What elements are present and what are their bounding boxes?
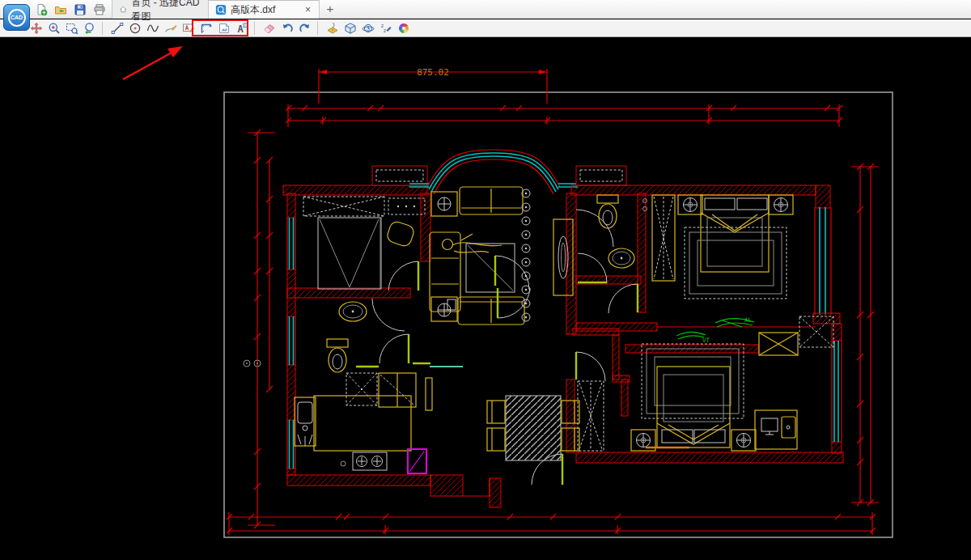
undo-button[interactable] (278, 20, 296, 36)
svg-text:A: A (238, 23, 244, 35)
orbit-3d-button[interactable] (359, 20, 377, 36)
plant-label-vt: VT (702, 337, 710, 344)
open-folder-icon (54, 3, 67, 16)
zoom-in-icon (48, 22, 61, 35)
text-annotation-tool-button[interactable]: A (233, 20, 251, 36)
cad-logo-icon: CAD (8, 9, 26, 27)
convert-stamp-button[interactable] (324, 20, 341, 36)
dimension-value: 875.02 (417, 67, 449, 78)
redo-button[interactable] (296, 20, 314, 36)
print-button[interactable] (92, 2, 107, 17)
annotation-settings-icon: zz (379, 22, 392, 35)
line-tool-button[interactable] (108, 20, 126, 36)
tab-home[interactable]: 首页 - 迅捷CAD看图 (112, 0, 209, 19)
plant-label-al: AL (744, 316, 753, 324)
eraser-icon (263, 22, 276, 35)
dimension-icon (200, 22, 213, 35)
pan-icon (30, 22, 43, 35)
line-icon (111, 22, 124, 35)
polyline-icon (146, 22, 159, 35)
freehand-pencil-icon (164, 22, 177, 35)
markup-board-icon: A (182, 22, 195, 35)
bedroom1-furniture (303, 197, 425, 289)
zoom-previous-icon (83, 22, 96, 35)
pan-tool-button[interactable] (28, 20, 45, 36)
cube-3d-icon (344, 22, 357, 35)
living-room-furniture (430, 187, 573, 325)
tab-close-button[interactable]: × (303, 5, 312, 15)
zoom-window-icon (66, 22, 78, 35)
stamp-icon (326, 22, 339, 35)
annotation-settings-button[interactable]: zz (377, 20, 395, 36)
walls (283, 150, 843, 507)
bathroom2-fixtures (244, 299, 430, 372)
home-icon (119, 4, 127, 15)
view-3d-button[interactable] (341, 20, 359, 36)
bedroom2-furniture (578, 344, 797, 451)
orbit-3d-icon (362, 22, 375, 35)
zoom-in-tool-button[interactable] (45, 20, 63, 36)
toolbar-separator (102, 22, 108, 35)
eraser-tool-button[interactable] (261, 20, 278, 36)
svg-text:A: A (185, 24, 189, 32)
new-drawing-button[interactable] (34, 2, 49, 17)
master-bedroom-furniture (652, 195, 793, 299)
tab-open-file[interactable]: 高版本.dxf × (209, 0, 320, 19)
plant-symbols: VT AL (676, 316, 754, 344)
save-icon (74, 3, 87, 16)
toolbar-separator (254, 22, 261, 35)
open-file-button[interactable] (53, 2, 68, 17)
zoom-previous-tool-button[interactable] (81, 20, 99, 36)
annotation-arrow (123, 46, 183, 79)
new-file-icon (35, 3, 48, 16)
app-logo[interactable]: CAD (3, 4, 30, 31)
color-wheel-icon (397, 22, 410, 35)
printer-icon (93, 3, 106, 16)
kitchen-furniture (295, 367, 463, 473)
app-window: CAD 首页 - 迅捷CAD看图 高版本.dxf × + A (0, 0, 971, 560)
text-annotation-icon: A (235, 22, 248, 35)
image-annotation-tool-button[interactable] (215, 20, 233, 36)
titlebar: CAD 首页 - 迅捷CAD看图 高版本.dxf × + (0, 0, 971, 19)
paper-frame (224, 92, 893, 537)
floor-plan-drawing[interactable]: .w{fill:url(#ht);stroke:#e00000;stroke-w… (0, 38, 971, 560)
zoom-window-tool-button[interactable] (63, 20, 81, 36)
drawing-canvas[interactable]: .w{fill:url(#ht);stroke:#e00000;stroke-w… (0, 38, 971, 560)
dimension-lines: 875.02 (227, 67, 879, 535)
tab-file-label: 高版本.dxf (231, 3, 275, 17)
background-color-button[interactable] (395, 20, 413, 36)
undo-icon (281, 22, 294, 35)
circle-icon (129, 22, 142, 35)
dining-furniture (487, 396, 579, 460)
new-tab-button[interactable]: + (323, 2, 337, 16)
bathroom1-fixtures (576, 195, 647, 268)
save-button[interactable] (73, 2, 87, 17)
redo-icon (299, 22, 312, 35)
svg-text:z: z (384, 27, 387, 33)
toolbar-separator (317, 22, 324, 35)
cad-file-icon (215, 4, 227, 15)
image-annotation-icon (218, 22, 231, 35)
tab-home-label: 首页 - 迅捷CAD看图 (131, 0, 201, 23)
